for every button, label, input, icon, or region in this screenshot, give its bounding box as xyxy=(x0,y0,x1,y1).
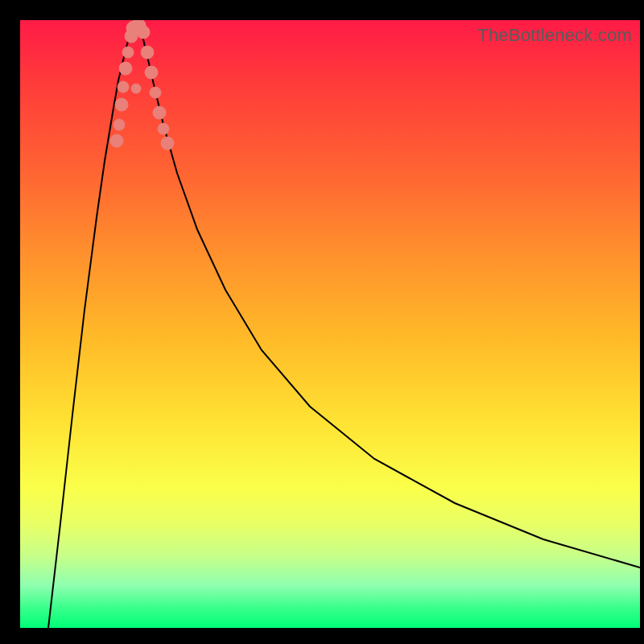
curve-right-branch xyxy=(139,24,640,568)
curve-left-branch xyxy=(48,24,133,628)
marker-point xyxy=(114,119,125,130)
marker-point xyxy=(115,98,128,111)
marker-point xyxy=(122,47,134,58)
marker-point xyxy=(118,81,129,93)
marker-point xyxy=(158,123,169,134)
marker-point xyxy=(131,84,141,93)
chart-frame: TheBottleneck.com xyxy=(0,0,644,644)
marker-point xyxy=(145,66,158,79)
plot-area: TheBottleneck.com xyxy=(20,20,640,628)
marker-point xyxy=(137,26,150,39)
data-markers xyxy=(110,20,174,150)
marker-point xyxy=(150,87,161,98)
curve-lines xyxy=(48,24,640,628)
marker-point xyxy=(141,46,154,59)
chart-svg xyxy=(20,20,640,628)
marker-point xyxy=(153,106,166,119)
marker-point xyxy=(110,134,123,147)
marker-point xyxy=(161,137,174,150)
marker-point xyxy=(119,62,132,75)
